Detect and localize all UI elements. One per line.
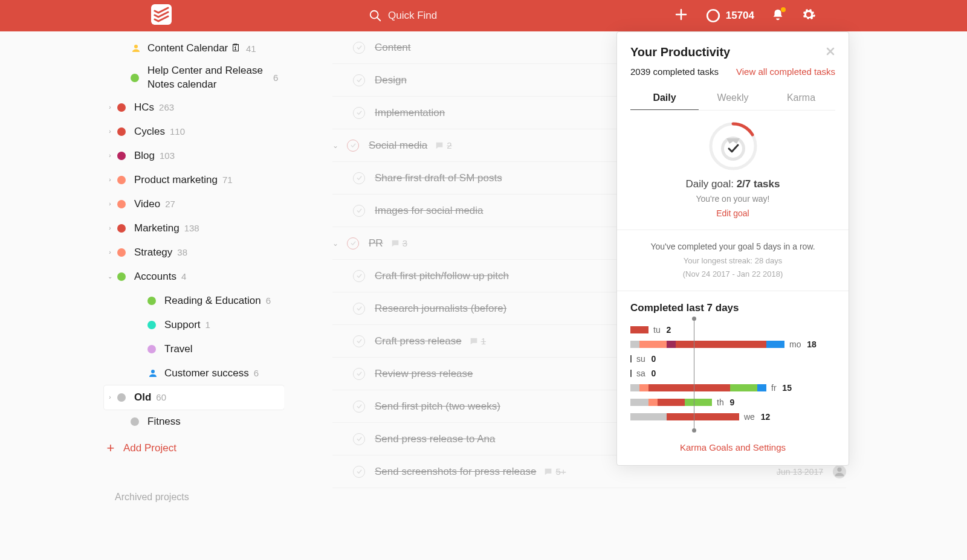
comment-count[interactable]: 5+	[543, 466, 566, 477]
task-checkbox[interactable]	[353, 270, 365, 282]
project-count: 6	[254, 368, 259, 378]
task-name: Review press release	[375, 368, 473, 380]
app-logo-icon[interactable]	[151, 4, 172, 27]
project-name: Product marketing	[134, 174, 218, 186]
tab-daily[interactable]: Daily	[630, 88, 699, 110]
project-color-dot	[147, 345, 156, 353]
chevron-icon: ›	[104, 176, 116, 183]
completed-tasks-count: 2039 completed tasks	[630, 66, 719, 77]
task-checkbox[interactable]	[353, 335, 365, 347]
project-name: Customer success	[164, 367, 249, 379]
project-count: 138	[184, 223, 199, 233]
gear-icon	[801, 7, 816, 22]
task-checkbox[interactable]	[353, 466, 365, 478]
plus-icon	[674, 7, 688, 22]
sidebar-item-accounts[interactable]: ⌄Accounts4	[104, 265, 284, 289]
comment-count[interactable]: 1	[469, 336, 486, 346]
add-task-button[interactable]	[674, 7, 688, 24]
task-name: Research journalists (before)	[375, 303, 506, 315]
comment-count[interactable]: 3	[390, 238, 407, 248]
person-icon	[131, 43, 141, 54]
tab-karma[interactable]: Karma	[767, 88, 835, 110]
task-checkbox[interactable]	[353, 401, 365, 413]
edit-goal-link[interactable]: Edit goal	[716, 208, 749, 218]
sidebar-item-old[interactable]: ›Old60	[104, 385, 284, 410]
quick-find[interactable]	[369, 9, 509, 22]
chevron-icon: ›	[104, 394, 116, 401]
archived-projects-link[interactable]: Archived projects	[104, 492, 284, 503]
sidebar-item-hcs[interactable]: ›HCs263	[104, 95, 284, 120]
sidebar-item-marketing[interactable]: ›Marketing138	[104, 216, 284, 240]
chevron-down-icon[interactable]: ⌄	[332, 239, 344, 248]
project-name: HCs	[134, 101, 154, 114]
search-icon	[369, 9, 382, 22]
notifications-button[interactable]	[771, 8, 784, 24]
tab-weekly[interactable]: Weekly	[699, 88, 767, 110]
project-color-dot	[117, 200, 126, 208]
task-name: Content	[375, 42, 411, 54]
chevron-icon: ⌄	[104, 273, 116, 280]
task-checkbox[interactable]	[353, 42, 365, 54]
chart-bar-su: su 0	[630, 352, 835, 366]
close-button[interactable]	[826, 45, 835, 59]
project-count: 38	[177, 247, 187, 257]
task-checkbox[interactable]	[353, 368, 365, 380]
task-checkbox[interactable]	[353, 303, 365, 315]
task-name: Design	[375, 74, 407, 86]
view-all-completed-link[interactable]: View all completed tasks	[736, 66, 835, 77]
task-checkbox[interactable]	[347, 237, 359, 249]
chart-bar-th: th 9	[630, 395, 835, 410]
sidebar-item-customer-success[interactable]: Customer success6	[104, 361, 284, 385]
project-color-dot	[117, 224, 126, 233]
longest-streak-text: Your longest streak: 28 days	[630, 254, 835, 268]
task-checkbox[interactable]	[353, 74, 365, 86]
task-checkbox[interactable]	[353, 107, 365, 119]
karma-button[interactable]: 15704	[705, 8, 754, 24]
sidebar-item-content-calendar[interactable]: Content Calendar 🗓41	[104, 36, 284, 60]
sidebar-item-reading-education[interactable]: Reading & Education6	[104, 289, 284, 313]
chevron-icon: ›	[104, 201, 116, 207]
task-checkbox[interactable]	[353, 172, 365, 184]
sidebar-item-video[interactable]: ›Video27	[104, 192, 284, 216]
sidebar-item-blog[interactable]: ›Blog103	[104, 144, 284, 168]
search-input[interactable]	[388, 10, 509, 22]
chart-bar-mo: mo 18	[630, 337, 835, 352]
project-name: Fitness	[147, 416, 181, 428]
chart-bar-we: we 12	[630, 410, 835, 424]
project-color-dot	[117, 152, 126, 160]
sidebar-item-help-center-and-release-notes-calendar[interactable]: Help Center and Release Notes calendar6	[104, 60, 284, 95]
sidebar-item-travel[interactable]: Travel	[104, 337, 284, 361]
project-name: Reading & Education	[164, 295, 261, 307]
chevron-down-icon[interactable]: ⌄	[332, 141, 344, 150]
settings-button[interactable]	[801, 7, 816, 24]
project-name: Travel	[164, 343, 193, 355]
project-count: 41	[246, 43, 256, 54]
project-count: 71	[222, 175, 233, 185]
streak-text: You've completed your goal 5 days in a r…	[630, 240, 835, 254]
topbar: 15704	[0, 0, 967, 31]
task-name: PR	[369, 237, 383, 249]
sidebar-item-strategy[interactable]: ›Strategy38	[104, 240, 284, 265]
assignee-avatar	[833, 465, 846, 478]
karma-ring-icon	[705, 8, 721, 24]
sidebar-item-cycles[interactable]: ›Cycles110	[104, 120, 284, 144]
task-checkbox[interactable]	[353, 433, 365, 445]
task-name: Share first draft of SM posts	[375, 172, 502, 184]
chevron-icon: ›	[104, 152, 116, 159]
svg-point-5	[134, 45, 138, 48]
sidebar-item-fitness[interactable]: Fitness	[104, 410, 284, 434]
add-project-button[interactable]: + Add Project	[104, 436, 284, 460]
sidebar-item-product-marketing[interactable]: ›Product marketing71	[104, 168, 284, 192]
karma-settings-link[interactable]: Karma Goals and Settings	[680, 442, 786, 452]
task-name: Send press release to Ana	[375, 433, 495, 445]
chart-bar-label: fr 15	[771, 383, 792, 393]
task-checkbox[interactable]	[347, 140, 359, 152]
comment-count[interactable]: 2	[435, 140, 451, 150]
sidebar-item-support[interactable]: Support1	[104, 313, 284, 337]
chart-bar-label: tu 2	[653, 325, 671, 335]
task-name: Craft first pitch/follow up pitch	[375, 270, 509, 282]
chart-bar-label: mo 18	[789, 340, 817, 349]
chart-bar-tu: tu 2	[630, 323, 835, 337]
task-name: Implementation	[375, 107, 445, 119]
task-checkbox[interactable]	[353, 205, 365, 217]
